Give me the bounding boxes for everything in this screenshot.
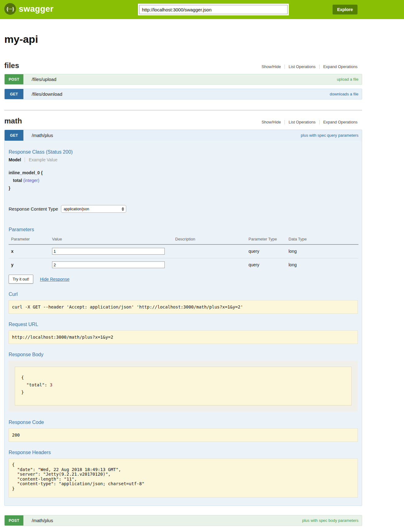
- model-property-type: (integer): [23, 178, 39, 183]
- response-header-line: "server": "Jetty(9.2.21.v20170120)",: [12, 472, 354, 477]
- column-description: Description: [173, 235, 246, 244]
- response-code-heading: Response Code: [9, 420, 358, 425]
- parameters-table: Parameter Value Description Parameter Ty…: [9, 235, 358, 272]
- show-hide-link[interactable]: Show/Hide: [261, 120, 281, 124]
- column-value: Value: [50, 235, 173, 244]
- top-bar: {⋯} swagger Explore: [0, 0, 404, 19]
- response-class-heading: Response Class (Status 200): [9, 149, 358, 155]
- operation-path-link[interactable]: /files/download: [32, 91, 62, 97]
- response-code-block: 200: [9, 428, 358, 442]
- response-body-wrapper: { "total": 3}: [9, 361, 358, 412]
- operation-summary-link[interactable]: plus with spec query parameters: [301, 133, 358, 138]
- response-content-type-label: Response Content Type: [9, 206, 58, 212]
- json-open-brace: {: [21, 374, 345, 381]
- response-class-tabs: Model Example Value: [9, 157, 358, 162]
- param-data-type: long: [286, 258, 358, 272]
- swagger-braces-icon: {⋯}: [4, 3, 16, 15]
- response-header-line: {: [12, 462, 354, 467]
- param-data-type: long: [286, 244, 358, 258]
- swagger-logo-text: swagger: [19, 4, 54, 14]
- response-header-line: "date": "Wed, 22 Aug 2018 18:49:13 GMT",: [12, 467, 354, 472]
- section-title-math: math: [4, 117, 22, 125]
- json-close-brace: }: [21, 389, 345, 396]
- column-parameter: Parameter: [9, 235, 50, 244]
- parameter-row-y: y query long: [9, 258, 358, 272]
- explore-button[interactable]: Explore: [333, 5, 358, 14]
- section-files-header: files Show/Hide List Operations Expand O…: [4, 61, 362, 70]
- response-header-line: "content-type": "application/json; chars…: [12, 482, 354, 486]
- operation-get-math-plus[interactable]: GET /math/plus plus with spec query para…: [5, 130, 362, 141]
- param-name: x: [9, 244, 50, 258]
- operation-summary-link[interactable]: plus with spec body parameters: [302, 518, 358, 523]
- page-title: my-api: [4, 33, 362, 45]
- json-key: "total":: [21, 382, 50, 387]
- operation-post-math-plus[interactable]: POST /math/plus plus with spec body para…: [4, 515, 362, 526]
- expand-operations-link[interactable]: Expand Operations: [323, 120, 358, 124]
- request-url-block: http://localhost:3000/math/plus?x=1&y=2: [9, 330, 358, 344]
- get-method-badge: GET: [5, 89, 23, 99]
- section-files: files Show/Hide List Operations Expand O…: [4, 61, 362, 99]
- param-type: query: [246, 258, 286, 272]
- parameters-heading: Parameters: [9, 227, 358, 232]
- select-arrows-icon: [122, 207, 124, 211]
- operation-panel-get-math-plus: GET /math/plus plus with spec query para…: [4, 130, 362, 506]
- divider: [285, 120, 285, 124]
- operation-get-files-download[interactable]: GET /files/download downloads a file: [4, 89, 362, 99]
- hide-response-link[interactable]: Hide Response: [40, 277, 70, 282]
- response-body-block: { "total": 3}: [15, 367, 352, 405]
- divider: [285, 65, 285, 69]
- swagger-logo: {⋯} swagger: [4, 3, 54, 15]
- response-content-type-value: application/json: [64, 207, 89, 211]
- api-url-input[interactable]: [139, 5, 288, 14]
- response-content-type-row: Response Content Type application/json: [9, 205, 358, 213]
- model-open-line: inline_model_0 {: [9, 169, 358, 177]
- model-signature: inline_model_0 { total (integer) }: [9, 169, 358, 192]
- operation-path-link[interactable]: /math/plus: [32, 518, 53, 523]
- get-method-badge: GET: [5, 130, 23, 141]
- section-controls: Show/Hide List Operations Expand Operati…: [261, 120, 358, 124]
- section-math: math Show/Hide List Operations Expand Op…: [4, 110, 362, 526]
- operation-summary-link[interactable]: downloads a file: [330, 92, 358, 96]
- post-method-badge: POST: [5, 515, 23, 526]
- list-operations-link[interactable]: List Operations: [289, 64, 315, 69]
- model-property: total (integer): [9, 177, 358, 184]
- request-url-heading: Request URL: [9, 322, 358, 327]
- expand-operations-link[interactable]: Expand Operations: [323, 64, 358, 69]
- param-type: query: [246, 244, 286, 258]
- try-it-out-row: Try it out! Hide Response: [9, 275, 358, 284]
- param-name: y: [9, 258, 50, 272]
- operation-path-link[interactable]: /files/upload: [32, 77, 56, 82]
- response-headers-block: { "date": "Wed, 22 Aug 2018 18:49:13 GMT…: [9, 458, 358, 498]
- model-close-line: }: [9, 184, 358, 192]
- divider: [319, 65, 320, 69]
- column-parameter-type: Parameter Type: [246, 235, 286, 244]
- json-total-line: "total": 3: [21, 381, 345, 389]
- response-header-line: "content-length": "11",: [12, 477, 354, 482]
- response-content-type-select[interactable]: application/json: [61, 205, 126, 213]
- parameters-header-row: Parameter Value Description Parameter Ty…: [9, 235, 358, 244]
- curl-heading: Curl: [9, 292, 358, 297]
- operation-content: Response Class (Status 200) Model Exampl…: [5, 141, 362, 506]
- show-hide-link[interactable]: Show/Hide: [261, 64, 281, 69]
- section-title-files: files: [4, 61, 19, 70]
- tab-model[interactable]: Model: [9, 157, 21, 162]
- param-value-input-y[interactable]: [52, 261, 165, 268]
- response-body-heading: Response Body: [9, 352, 358, 357]
- param-description: [173, 258, 246, 272]
- tab-example-value[interactable]: Example Value: [25, 157, 57, 162]
- param-value-input-x[interactable]: [52, 248, 165, 255]
- parameter-row-x: x query long: [9, 244, 358, 258]
- page-container: my-api files Show/Hide List Operations E…: [4, 33, 362, 532]
- section-controls: Show/Hide List Operations Expand Operati…: [261, 64, 358, 69]
- model-property-name: total: [13, 178, 22, 183]
- param-description: [173, 244, 246, 258]
- response-headers-heading: Response Headers: [9, 450, 358, 455]
- response-header-line: }: [12, 486, 354, 491]
- try-it-out-button[interactable]: Try it out!: [9, 275, 33, 284]
- list-operations-link[interactable]: List Operations: [289, 120, 315, 124]
- divider: [319, 120, 320, 124]
- operation-summary-link[interactable]: upload a file: [337, 77, 358, 82]
- operation-path-link[interactable]: /math/plus: [32, 133, 53, 138]
- operation-post-files-upload[interactable]: POST /files/upload upload a file: [4, 74, 362, 85]
- column-data-type: Data Type: [286, 235, 358, 244]
